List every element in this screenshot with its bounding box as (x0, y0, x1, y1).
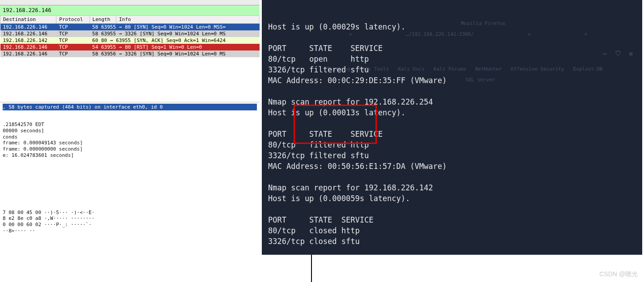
col-protocol[interactable]: Protocol (56, 16, 90, 24)
terminal[interactable]: Host is up (0.00029s latency). PORT STAT… (262, 0, 642, 255)
display-filter[interactable]: 192.168.226.146 (0, 5, 260, 15)
frame-meta-lines: .218542570 EDT00000 seconds]condsframe: … (0, 121, 260, 160)
split-divider[interactable] (311, 255, 312, 282)
frame-summary[interactable]: , 58 bytes captured (464 bits) on interf… (3, 104, 257, 110)
packet-list[interactable]: Destination Protocol Length Info 192.168… (0, 15, 260, 57)
table-row[interactable]: 192.168.226.146TCP54 63955 → 80 [RST] Se… (0, 44, 260, 51)
hex-dump-pane[interactable]: 7 08 00 45 00 ··)·5··· ·)·<··E·8 e2 8e c… (0, 209, 260, 235)
col-info[interactable]: Info (116, 16, 260, 24)
table-row[interactable]: 192.168.226.146TCP58 63955 → 80 [SYN] Se… (0, 24, 260, 31)
table-row[interactable]: 192.168.226.146TCP58 63956 → 3326 [SYN] … (0, 51, 260, 57)
table-row[interactable]: 192.168.226.146TCP58 63955 → 3326 [SYN] … (0, 30, 260, 37)
table-row[interactable]: 192.168.226.142TCP60 80 → 63955 [SYN, AC… (0, 37, 260, 44)
terminal-output: Host is up (0.00029s latency). PORT STAT… (268, 21, 636, 255)
packet-details-pane[interactable]: , 58 bytes captured (464 bits) on interf… (0, 102, 260, 112)
toolbar[interactable] (0, 0, 260, 5)
watermark: CSDN @嗯光 (599, 270, 638, 278)
col-destination[interactable]: Destination (0, 16, 56, 24)
packet-header-row: Destination Protocol Length Info (0, 16, 260, 24)
col-length[interactable]: Length (90, 16, 116, 24)
wireshark-panel: 192.168.226.146 Destination Protocol Len… (0, 0, 260, 282)
